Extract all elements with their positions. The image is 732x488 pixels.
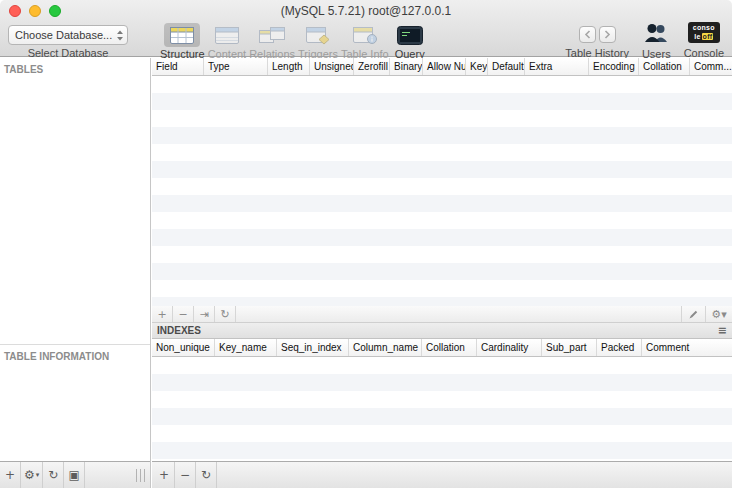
column-header-extra[interactable]: Extra xyxy=(525,58,589,75)
toolbar-item-table-info[interactable]: Table Info xyxy=(341,22,389,60)
column-header-field[interactable]: Field xyxy=(152,58,204,75)
toolbar-right-tools: Table History Users c xyxy=(552,22,724,60)
column-header-packed[interactable]: Packed xyxy=(597,339,642,356)
indexes-grid-body xyxy=(152,357,732,461)
column-header-encoding[interactable]: Encoding xyxy=(589,58,639,75)
toolbar-item-triggers[interactable]: Triggers xyxy=(298,22,338,60)
splitter-grip-handle[interactable] xyxy=(136,469,145,482)
minimize-window-button[interactable] xyxy=(29,5,41,17)
column-header-collation[interactable]: Collation xyxy=(422,339,477,356)
field-options-gear-button[interactable]: ⚙▾ xyxy=(705,306,732,322)
add-table-button[interactable]: + xyxy=(0,462,21,488)
close-window-button[interactable] xyxy=(9,5,21,17)
column-header-comment[interactable]: Comm... xyxy=(690,58,732,75)
database-select-value: Choose Database... xyxy=(15,29,112,41)
table-info-icon xyxy=(347,23,383,47)
panel-toggle-button[interactable]: ▣ xyxy=(64,462,85,488)
database-select-group: Choose Database... Select Database xyxy=(8,25,128,59)
app-window: (MySQL 5.7.21) root@127.0.0.1 Choose Dat… xyxy=(0,0,732,488)
indexes-bottom-bar: + − ↻ xyxy=(152,461,732,488)
column-header-key[interactable]: Key xyxy=(466,58,488,75)
column-header-default[interactable]: Default xyxy=(488,58,525,75)
users-icon xyxy=(643,22,670,44)
titlebar: (MySQL 5.7.21) root@127.0.0.1 xyxy=(0,0,732,22)
app-header: (MySQL 5.7.21) root@127.0.0.1 Choose Dat… xyxy=(0,0,732,57)
console-badge-line2: leoff xyxy=(694,33,713,41)
column-header-cardinality[interactable]: Cardinality xyxy=(477,339,542,356)
relations-icon xyxy=(254,23,290,47)
column-header-binary[interactable]: Binary xyxy=(390,58,423,75)
table-information-header: TABLE INFORMATION xyxy=(0,345,150,364)
remove-index-button[interactable]: − xyxy=(175,462,196,488)
indexes-columns-header: Non_unique Key_name Seq_in_index Column_… xyxy=(152,339,732,357)
indexes-section-title: INDEXES xyxy=(157,325,201,336)
add-index-button[interactable]: + xyxy=(154,462,175,488)
console-badge-line1: conso xyxy=(693,24,715,32)
table-information-section: TABLE INFORMATION xyxy=(0,344,150,364)
indexes-section-bar: INDEXES ≡ xyxy=(152,323,732,339)
table-actions-gear-button[interactable]: ⚙▾ xyxy=(21,462,43,488)
main-content: Field Type Length Unsigned Zerofill Bina… xyxy=(152,58,732,461)
refresh-tables-button[interactable]: ↻ xyxy=(43,462,64,488)
tables-section-header: TABLES xyxy=(0,58,150,77)
dropdown-stepper-icon xyxy=(116,29,124,42)
duplicate-field-button[interactable]: ⇥ xyxy=(194,306,215,322)
column-header-comment[interactable]: Comment xyxy=(642,339,732,356)
column-header-sub-part[interactable]: Sub_part xyxy=(542,339,597,356)
toolbar-item-content[interactable]: Content xyxy=(208,22,247,60)
column-header-seq-in-index[interactable]: Seq_in_index xyxy=(277,339,349,356)
column-header-collation[interactable]: Collation xyxy=(639,58,690,75)
structure-grid-body xyxy=(152,76,732,306)
triggers-icon xyxy=(300,23,336,47)
zoom-window-button[interactable] xyxy=(49,5,61,17)
column-header-non-unique[interactable]: Non_unique xyxy=(152,339,215,356)
users-group[interactable]: Users xyxy=(642,22,671,60)
column-header-key-name[interactable]: Key_name xyxy=(215,339,277,356)
structure-columns-header: Field Type Length Unsigned Zerofill Bina… xyxy=(152,58,732,76)
history-back-button[interactable] xyxy=(579,26,596,43)
column-header-column-name[interactable]: Column_name xyxy=(349,339,422,356)
fields-toolbar: + − ⇥ ↻ ⚙▾ xyxy=(152,306,732,323)
column-header-allow-null[interactable]: Allow Null xyxy=(423,58,466,75)
remove-field-button[interactable]: − xyxy=(173,306,194,322)
sidebar: TABLES TABLE INFORMATION + ⚙▾ ↻ ▣ xyxy=(0,58,151,488)
refresh-fields-button[interactable]: ↻ xyxy=(215,306,236,322)
column-header-zerofill[interactable]: Zerofill xyxy=(354,58,390,75)
traffic-lights xyxy=(9,5,61,17)
toolbar-nav: Structure Content xyxy=(160,22,428,60)
indexes-menu-icon[interactable]: ≡ xyxy=(718,323,727,338)
toolbar-item-structure[interactable]: Structure xyxy=(160,22,205,60)
add-field-button[interactable]: + xyxy=(152,306,173,322)
content-icon xyxy=(209,23,245,47)
database-select-dropdown[interactable]: Choose Database... xyxy=(8,25,128,45)
refresh-indexes-button[interactable]: ↻ xyxy=(196,462,217,488)
sidebar-bottom-bar: + ⚙▾ ↻ ▣ xyxy=(0,461,150,488)
column-header-unsigned[interactable]: Unsigned xyxy=(310,58,354,75)
console-group[interactable]: conso leoff Console xyxy=(684,22,724,59)
window-title: (MySQL 5.7.21) root@127.0.0.1 xyxy=(0,0,732,22)
structure-icon xyxy=(164,23,200,47)
toolbar-item-query[interactable]: Query xyxy=(392,22,428,60)
history-forward-button[interactable] xyxy=(599,26,616,43)
console-toggle-icon: conso leoff xyxy=(688,22,720,43)
column-header-length[interactable]: Length xyxy=(268,58,310,75)
table-history-group: Table History xyxy=(565,22,629,59)
column-header-type[interactable]: Type xyxy=(204,58,268,75)
edit-field-button[interactable] xyxy=(681,306,705,322)
main-toolbar: Choose Database... Select Database xyxy=(0,22,732,57)
toolbar-item-relations[interactable]: Relations xyxy=(249,22,295,60)
query-icon xyxy=(392,23,428,47)
